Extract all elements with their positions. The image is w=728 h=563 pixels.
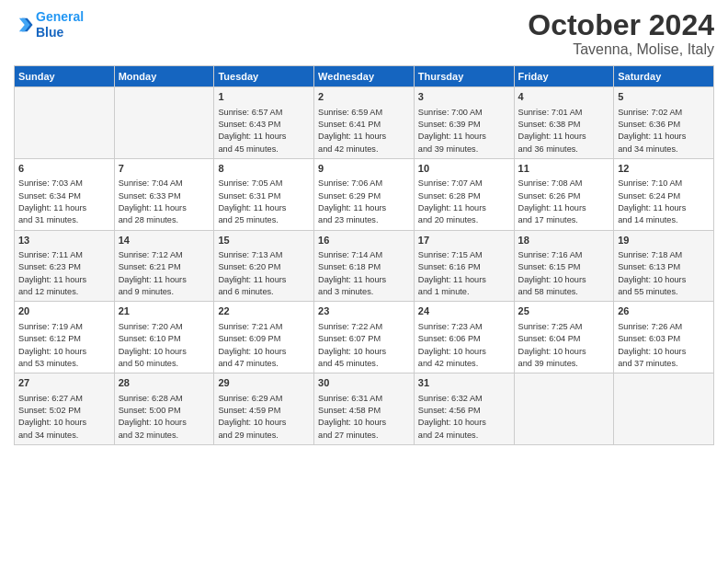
day-number: 16 bbox=[318, 234, 410, 247]
table-row: 23Sunrise: 7:22 AM Sunset: 6:07 PM Dayli… bbox=[314, 302, 415, 373]
calendar-table: Sunday Monday Tuesday Wednesday Thursday… bbox=[14, 65, 714, 445]
day-details: Sunrise: 6:28 AM Sunset: 5:00 PM Dayligh… bbox=[119, 393, 210, 442]
day-details: Sunrise: 7:25 AM Sunset: 6:04 PM Dayligh… bbox=[518, 321, 610, 370]
day-number: 29 bbox=[218, 376, 310, 390]
table-row: 14Sunrise: 7:12 AM Sunset: 6:21 PM Dayli… bbox=[114, 230, 214, 302]
table-row: 7Sunrise: 7:04 AM Sunset: 6:33 PM Daylig… bbox=[114, 158, 214, 230]
day-number: 30 bbox=[318, 376, 410, 390]
day-details: Sunrise: 7:22 AM Sunset: 6:07 PM Dayligh… bbox=[318, 321, 410, 370]
day-details: Sunrise: 7:23 AM Sunset: 6:06 PM Dayligh… bbox=[418, 321, 510, 370]
day-number: 10 bbox=[418, 162, 510, 176]
day-details: Sunrise: 7:15 AM Sunset: 6:16 PM Dayligh… bbox=[418, 249, 510, 298]
day-details: Sunrise: 7:08 AM Sunset: 6:26 PM Dayligh… bbox=[518, 178, 610, 226]
day-details: Sunrise: 7:18 AM Sunset: 6:13 PM Dayligh… bbox=[618, 249, 710, 298]
day-number: 8 bbox=[218, 162, 310, 176]
day-details: Sunrise: 6:27 AM Sunset: 5:02 PM Dayligh… bbox=[18, 393, 110, 442]
calendar-week-row: 6Sunrise: 7:03 AM Sunset: 6:34 PM Daylig… bbox=[15, 158, 714, 230]
day-details: Sunrise: 7:02 AM Sunset: 6:36 PM Dayligh… bbox=[618, 107, 710, 155]
day-number: 26 bbox=[618, 304, 710, 318]
table-row: 8Sunrise: 7:05 AM Sunset: 6:31 PM Daylig… bbox=[214, 158, 314, 230]
table-row: 29Sunrise: 6:29 AM Sunset: 4:59 PM Dayli… bbox=[214, 373, 314, 445]
day-number: 2 bbox=[318, 90, 410, 104]
day-details: Sunrise: 7:26 AM Sunset: 6:03 PM Dayligh… bbox=[618, 321, 710, 370]
table-row: 12Sunrise: 7:10 AM Sunset: 6:24 PM Dayli… bbox=[614, 158, 714, 230]
logo: General Blue bbox=[14, 9, 84, 40]
table-row: 21Sunrise: 7:20 AM Sunset: 6:10 PM Dayli… bbox=[114, 302, 214, 373]
table-row: 26Sunrise: 7:26 AM Sunset: 6:03 PM Dayli… bbox=[614, 302, 714, 373]
page-container: General Blue October 2024 Tavenna, Molis… bbox=[0, 0, 728, 450]
calendar-week-row: 1Sunrise: 6:57 AM Sunset: 6:43 PM Daylig… bbox=[15, 87, 714, 159]
table-row: 10Sunrise: 7:07 AM Sunset: 6:28 PM Dayli… bbox=[414, 158, 514, 230]
day-number: 27 bbox=[18, 376, 110, 390]
table-row bbox=[114, 87, 214, 159]
day-number: 6 bbox=[18, 162, 110, 176]
day-number: 3 bbox=[418, 90, 510, 104]
day-number: 1 bbox=[218, 90, 310, 104]
table-row: 9Sunrise: 7:06 AM Sunset: 6:29 PM Daylig… bbox=[314, 158, 415, 230]
table-row: 4Sunrise: 7:01 AM Sunset: 6:38 PM Daylig… bbox=[514, 87, 614, 159]
table-row bbox=[514, 373, 614, 445]
table-row: 11Sunrise: 7:08 AM Sunset: 6:26 PM Dayli… bbox=[514, 158, 614, 230]
day-number: 23 bbox=[318, 304, 410, 318]
day-number: 21 bbox=[119, 304, 210, 318]
col-wednesday: Wednesday bbox=[314, 66, 415, 87]
title-block: October 2024 Tavenna, Molise, Italy bbox=[528, 9, 714, 58]
day-number: 9 bbox=[318, 162, 410, 176]
table-row: 3Sunrise: 7:00 AM Sunset: 6:39 PM Daylig… bbox=[414, 87, 514, 159]
calendar-title: October 2024 bbox=[528, 9, 714, 41]
day-details: Sunrise: 7:12 AM Sunset: 6:21 PM Dayligh… bbox=[119, 249, 210, 298]
day-number: 20 bbox=[18, 304, 110, 318]
calendar-week-row: 27Sunrise: 6:27 AM Sunset: 5:02 PM Dayli… bbox=[15, 373, 714, 445]
calendar-subtitle: Tavenna, Molise, Italy bbox=[528, 41, 714, 58]
table-row: 6Sunrise: 7:03 AM Sunset: 6:34 PM Daylig… bbox=[15, 158, 115, 230]
day-details: Sunrise: 7:04 AM Sunset: 6:33 PM Dayligh… bbox=[119, 178, 210, 226]
logo-icon bbox=[14, 15, 34, 35]
day-details: Sunrise: 7:07 AM Sunset: 6:28 PM Dayligh… bbox=[418, 178, 510, 226]
table-row: 15Sunrise: 7:13 AM Sunset: 6:20 PM Dayli… bbox=[214, 230, 314, 302]
table-row: 25Sunrise: 7:25 AM Sunset: 6:04 PM Dayli… bbox=[514, 302, 614, 373]
day-number: 24 bbox=[418, 304, 510, 318]
table-row: 24Sunrise: 7:23 AM Sunset: 6:06 PM Dayli… bbox=[414, 302, 514, 373]
day-details: Sunrise: 7:14 AM Sunset: 6:18 PM Dayligh… bbox=[318, 249, 410, 298]
day-details: Sunrise: 6:57 AM Sunset: 6:43 PM Dayligh… bbox=[218, 107, 310, 155]
day-number: 22 bbox=[218, 304, 310, 318]
day-number: 11 bbox=[518, 162, 610, 176]
day-number: 4 bbox=[518, 90, 610, 104]
day-number: 7 bbox=[119, 162, 210, 176]
day-number: 12 bbox=[618, 162, 710, 176]
day-details: Sunrise: 6:31 AM Sunset: 4:58 PM Dayligh… bbox=[318, 393, 410, 442]
day-details: Sunrise: 6:59 AM Sunset: 6:41 PM Dayligh… bbox=[318, 107, 410, 155]
day-details: Sunrise: 7:11 AM Sunset: 6:23 PM Dayligh… bbox=[18, 249, 110, 298]
day-number: 25 bbox=[518, 304, 610, 318]
header: General Blue October 2024 Tavenna, Molis… bbox=[14, 9, 714, 58]
table-row bbox=[15, 87, 115, 159]
table-row: 1Sunrise: 6:57 AM Sunset: 6:43 PM Daylig… bbox=[214, 87, 314, 159]
table-row: 20Sunrise: 7:19 AM Sunset: 6:12 PM Dayli… bbox=[15, 302, 115, 373]
table-row: 5Sunrise: 7:02 AM Sunset: 6:36 PM Daylig… bbox=[614, 87, 714, 159]
table-row: 27Sunrise: 6:27 AM Sunset: 5:02 PM Dayli… bbox=[15, 373, 115, 445]
table-row bbox=[614, 373, 714, 445]
table-row: 16Sunrise: 7:14 AM Sunset: 6:18 PM Dayli… bbox=[314, 230, 415, 302]
day-number: 13 bbox=[18, 234, 110, 247]
day-number: 31 bbox=[418, 376, 510, 390]
table-row: 22Sunrise: 7:21 AM Sunset: 6:09 PM Dayli… bbox=[214, 302, 314, 373]
table-row: 18Sunrise: 7:16 AM Sunset: 6:15 PM Dayli… bbox=[514, 230, 614, 302]
calendar-week-row: 13Sunrise: 7:11 AM Sunset: 6:23 PM Dayli… bbox=[15, 230, 714, 302]
col-thursday: Thursday bbox=[414, 66, 514, 87]
table-row: 17Sunrise: 7:15 AM Sunset: 6:16 PM Dayli… bbox=[414, 230, 514, 302]
day-details: Sunrise: 7:05 AM Sunset: 6:31 PM Dayligh… bbox=[218, 178, 310, 226]
day-number: 28 bbox=[119, 376, 210, 390]
day-details: Sunrise: 7:06 AM Sunset: 6:29 PM Dayligh… bbox=[318, 178, 410, 226]
day-details: Sunrise: 6:29 AM Sunset: 4:59 PM Dayligh… bbox=[218, 393, 310, 442]
day-details: Sunrise: 7:10 AM Sunset: 6:24 PM Dayligh… bbox=[618, 178, 710, 226]
table-row: 2Sunrise: 6:59 AM Sunset: 6:41 PM Daylig… bbox=[314, 87, 415, 159]
col-friday: Friday bbox=[514, 66, 614, 87]
day-details: Sunrise: 7:13 AM Sunset: 6:20 PM Dayligh… bbox=[218, 249, 310, 298]
day-details: Sunrise: 6:32 AM Sunset: 4:56 PM Dayligh… bbox=[418, 393, 510, 442]
day-number: 18 bbox=[518, 234, 610, 247]
table-row: 28Sunrise: 6:28 AM Sunset: 5:00 PM Dayli… bbox=[114, 373, 214, 445]
day-number: 19 bbox=[618, 234, 710, 247]
day-number: 5 bbox=[618, 90, 710, 104]
col-saturday: Saturday bbox=[614, 66, 714, 87]
day-number: 15 bbox=[218, 234, 310, 247]
